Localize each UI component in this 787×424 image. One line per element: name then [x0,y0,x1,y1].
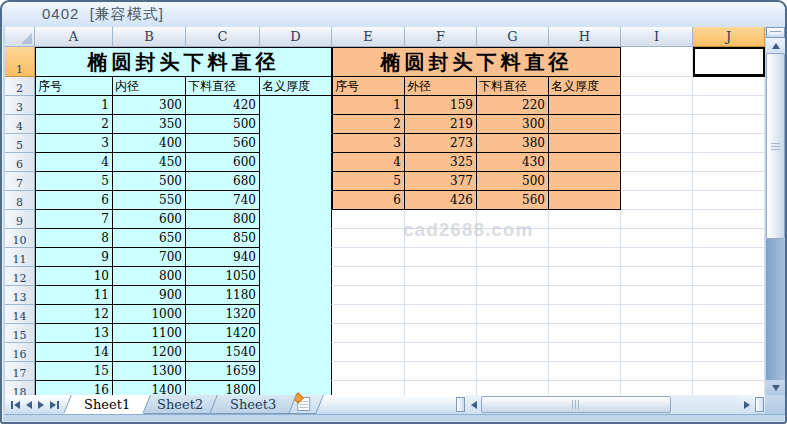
cell-I12[interactable] [621,267,693,286]
row-header-4[interactable]: 4 [5,115,35,134]
cell-C15[interactable]: 1420 [186,324,260,343]
cell-D16[interactable] [260,343,332,362]
row-header-2[interactable]: 2 [5,77,35,96]
vertical-scroll-thumb[interactable] [766,53,785,239]
cell-G13[interactable] [477,286,549,305]
row-header-10[interactable]: 10 [5,229,35,248]
cell-G8[interactable]: 560 [477,191,549,210]
cell-J6[interactable] [693,153,765,172]
cell-F18[interactable] [405,381,477,395]
row-header-15[interactable]: 15 [5,324,35,343]
cell-C2[interactable]: 下料直径 [186,77,260,96]
cell-J3[interactable] [693,96,765,115]
cell-E16[interactable] [332,343,405,362]
cell-F10[interactable] [405,229,477,248]
cell-B9[interactable]: 600 [113,210,186,229]
select-all-corner[interactable] [5,27,35,47]
first-sheet-button[interactable] [11,401,20,409]
cell-H18[interactable] [549,381,621,395]
cell-A17[interactable]: 15 [35,362,113,381]
cell-I1[interactable] [621,47,693,77]
cell-H11[interactable] [549,248,621,267]
row-header-14[interactable]: 14 [5,305,35,324]
cell-B13[interactable]: 900 [113,286,186,305]
row-header-3[interactable]: 3 [5,96,35,115]
cell-A15[interactable]: 13 [35,324,113,343]
cell-J10[interactable] [693,229,765,248]
cell-C14[interactable]: 1320 [186,305,260,324]
cell-B4[interactable]: 350 [113,115,186,134]
cell-E2[interactable]: 序号 [332,77,405,96]
cell-E15[interactable] [332,324,405,343]
cell-H10[interactable] [549,229,621,248]
cell-E11[interactable] [332,248,405,267]
cell-E14[interactable] [332,305,405,324]
cell-D14[interactable] [260,305,332,324]
cell-F9[interactable] [405,210,477,229]
cell-J7[interactable] [693,172,765,191]
cell-F12[interactable] [405,267,477,286]
row-header-16[interactable]: 16 [5,343,35,362]
cell-J5[interactable] [693,134,765,153]
cell-C8[interactable]: 740 [186,191,260,210]
cell-J8[interactable] [693,191,765,210]
column-header-C[interactable]: C [186,27,260,47]
last-sheet-button[interactable] [50,401,59,409]
cell-D13[interactable] [260,286,332,305]
cell-J18[interactable] [693,381,765,395]
cell-C10[interactable]: 850 [186,229,260,248]
cell-A8[interactable]: 6 [35,191,113,210]
cell-F3[interactable]: 159 [405,96,477,115]
cell-C9[interactable]: 800 [186,210,260,229]
cell-A16[interactable]: 14 [35,343,113,362]
cell-D12[interactable] [260,267,332,286]
scroll-left-button[interactable] [466,395,481,414]
cell-I18[interactable] [621,381,693,395]
vertical-scroll-track[interactable] [766,239,785,380]
cell-E10[interactable] [332,229,405,248]
cell-E4[interactable]: 2 [332,115,405,134]
row-header-8[interactable]: 8 [5,191,35,210]
cell-right-table-title[interactable]: 椭圆封头下料直径 [332,47,621,77]
cell-I17[interactable] [621,362,693,381]
cell-E8[interactable]: 6 [332,191,405,210]
cell-B17[interactable]: 1300 [113,362,186,381]
cell-C16[interactable]: 1540 [186,343,260,362]
vertical-split-handle[interactable] [766,27,785,38]
cell-D17[interactable] [260,362,332,381]
cell-E7[interactable]: 5 [332,172,405,191]
cell-D15[interactable] [260,324,332,343]
cell-D11[interactable] [260,248,332,267]
cell-C17[interactable]: 1659 [186,362,260,381]
column-header-G[interactable]: G [477,27,549,47]
cell-I16[interactable] [621,343,693,362]
cell-G17[interactable] [477,362,549,381]
cell-C5[interactable]: 560 [186,134,260,153]
cell-B10[interactable]: 650 [113,229,186,248]
cell-E5[interactable]: 3 [332,134,405,153]
scroll-right-button[interactable] [739,395,754,414]
column-header-F[interactable]: F [405,27,477,47]
cell-A2[interactable]: 序号 [35,77,113,96]
cell-A18[interactable]: 16 [35,381,113,395]
cell-I5[interactable] [621,134,693,153]
cell-E3[interactable]: 1 [332,96,405,115]
cell-F4[interactable]: 219 [405,115,477,134]
cell-B15[interactable]: 1100 [113,324,186,343]
cell-J2[interactable] [693,77,765,96]
cell-J4[interactable] [693,115,765,134]
row-header-1[interactable]: 1 [5,47,35,77]
cell-H17[interactable] [549,362,621,381]
cell-C13[interactable]: 1180 [186,286,260,305]
cell-G2[interactable]: 下料直径 [477,77,549,96]
cell-D2[interactable]: 名义厚度 [260,77,332,96]
cell-A4[interactable]: 2 [35,115,113,134]
cell-I15[interactable] [621,324,693,343]
row-header-7[interactable]: 7 [5,172,35,191]
cell-H6[interactable] [549,153,621,172]
cell-C3[interactable]: 420 [186,96,260,115]
cell-D9[interactable] [260,210,332,229]
cell-C12[interactable]: 1050 [186,267,260,286]
cell-J16[interactable] [693,343,765,362]
scroll-down-button[interactable] [766,380,785,395]
